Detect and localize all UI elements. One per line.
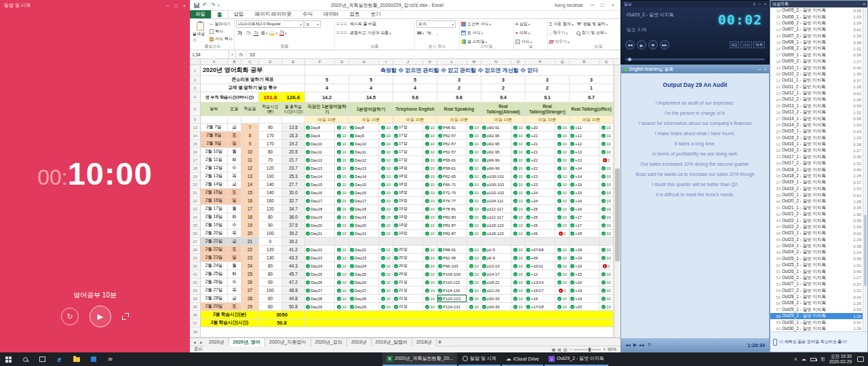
activity-cell[interactable]: ✓P82-83 bbox=[437, 213, 467, 221]
activity-cell[interactable]: ✓P92-95 bbox=[437, 254, 467, 262]
minute-badge-cell[interactable]: ✓10 bbox=[423, 295, 437, 303]
studyday-cell[interactable]: 29 bbox=[241, 303, 259, 311]
date-cell[interactable]: 2월 8일 bbox=[201, 132, 228, 140]
goal-value[interactable]: 3 bbox=[437, 76, 481, 84]
playlist-item[interactable]: 36Out18_2 - 길벗 이지톡1:25 bbox=[770, 173, 863, 179]
minutes-cell[interactable]: 100 bbox=[259, 287, 282, 295]
achieve-value[interactable]: 4 bbox=[349, 84, 393, 92]
cumulative-hours-cell[interactable]: 36.0 bbox=[282, 213, 305, 221]
minute-badge-cell[interactable]: ✓10 bbox=[599, 278, 614, 287]
activity-cell[interactable]: ✓17장 bbox=[393, 124, 423, 132]
column-header-L[interactable]: L bbox=[437, 59, 467, 65]
minutes-cell[interactable]: 80 bbox=[259, 148, 282, 156]
minute-badge-cell[interactable]: ✓10 bbox=[511, 246, 526, 254]
playlist-item[interactable]: 32Out16_2 - 길벗 이지톡1:27 bbox=[770, 147, 863, 153]
minute-badge-cell[interactable]: ✓10 bbox=[379, 254, 393, 262]
minute-badge-cell[interactable]: ✓10 bbox=[423, 213, 437, 221]
minute-badge-cell[interactable]: ✓10 bbox=[511, 164, 526, 172]
category-total[interactable]: 14.5 bbox=[349, 92, 393, 103]
studyday-cell[interactable]: 12 bbox=[241, 164, 259, 172]
minute-badge-cell[interactable]: ✓10 bbox=[335, 221, 349, 230]
minute-badge-cell[interactable]: ✓10 bbox=[599, 295, 614, 303]
weekday-cell[interactable]: 토 bbox=[228, 132, 241, 140]
minute-badge-cell[interactable] bbox=[511, 238, 526, 246]
minute-badge-cell[interactable]: ✓10 bbox=[555, 278, 570, 287]
minute-badge-cell[interactable]: ✓10 bbox=[423, 205, 437, 213]
playlist-item[interactable]: 47Out24_1 - 길벗 이지톡0:38 bbox=[770, 243, 863, 249]
new-sheet-icon[interactable]: ⊕ bbox=[437, 340, 443, 345]
ribbon-tab-홈[interactable]: 홈 bbox=[211, 10, 229, 18]
minute-badge-cell[interactable]: ✓10 bbox=[379, 278, 393, 287]
activity-cell[interactable]: ✓19장 bbox=[393, 197, 423, 205]
sheet-tab-2019년[interactable]: 2019년 bbox=[347, 338, 372, 346]
minute-badge-cell[interactable]: ✓10 bbox=[423, 156, 437, 164]
sheet-tab-2020년_강의[interactable]: 2020년_강의 bbox=[311, 338, 347, 346]
minute-badge-cell[interactable]: ✓10 bbox=[423, 246, 437, 254]
weekday-cell[interactable]: 금 bbox=[228, 295, 241, 303]
taskbar-button[interactable]: ♪Out29_2 - 길벗 이지톡 bbox=[545, 352, 608, 366]
achieve-value[interactable]: 2 bbox=[526, 84, 570, 92]
taskbar-button[interactable]: ☁iCloud Drive bbox=[502, 352, 543, 366]
minute-badge-cell[interactable]: ✓10 bbox=[335, 246, 349, 254]
minute-badge-cell[interactable]: ✓10 bbox=[511, 181, 526, 189]
activity-cell[interactable]: ✓Day27 bbox=[305, 287, 335, 295]
studyday-cell[interactable]: 7 bbox=[241, 124, 259, 132]
date-cell[interactable]: 2월 21일 bbox=[201, 238, 228, 246]
cumulative-hours-cell[interactable]: 19.2 bbox=[282, 140, 305, 148]
weekday-cell[interactable]: 목 bbox=[228, 287, 241, 295]
activity-cell[interactable]: ✓+24 bbox=[526, 197, 555, 205]
column-header-O[interactable]: O bbox=[511, 59, 526, 65]
date-cell[interactable]: 2월 9일 bbox=[201, 140, 228, 148]
minute-badge-cell[interactable]: ✓10 bbox=[379, 303, 393, 311]
cell[interactable] bbox=[305, 319, 614, 327]
minute-badge-cell[interactable]: ✓10 bbox=[379, 205, 393, 213]
playlist-item[interactable]: 42Out21_2 - 길벗 이지톡1:30 bbox=[770, 211, 863, 217]
activity-cell[interactable]: ✓+23 bbox=[526, 172, 555, 181]
excel-user-name[interactable]: kang seoktae bbox=[555, 3, 583, 7]
weekday-cell[interactable]: 화 bbox=[228, 156, 241, 164]
column-header-F[interactable]: F bbox=[305, 59, 335, 65]
row-header[interactable]: 17 bbox=[190, 156, 201, 164]
activity-cell[interactable]: ✓+25 bbox=[526, 205, 555, 213]
minute-badge-cell[interactable]: ✓10 bbox=[599, 148, 614, 156]
playlist-item[interactable]: 20Out10_2 - 길벗 이지톡1:30 bbox=[770, 71, 863, 77]
activity-cell[interactable]: ✓20장 bbox=[393, 246, 423, 254]
minutes-cell[interactable]: 170 bbox=[259, 140, 282, 148]
taskbar-button[interactable]: X2020년_계획실천현황_20... bbox=[382, 352, 457, 366]
playlist-item[interactable]: 45Out23_1 - 길벗 이지톡0:42 bbox=[770, 230, 863, 236]
weekday-cell[interactable]: 화 bbox=[228, 213, 241, 221]
activity-cell[interactable]: ✓P120-123 bbox=[437, 295, 467, 303]
activity-cell[interactable]: ✓+19 bbox=[570, 254, 599, 262]
category-total[interactable]: 14.2 bbox=[305, 92, 349, 103]
cell[interactable] bbox=[201, 116, 228, 124]
activity-cell[interactable]: ✓17장 bbox=[393, 156, 423, 164]
studyday-cell[interactable]: 21 bbox=[241, 238, 259, 246]
playlist-item[interactable]: 50Out25_2 - 길벗 이지톡1:31 bbox=[770, 262, 863, 268]
activity-cell[interactable]: ✓Day17 bbox=[305, 197, 335, 205]
activity-cell[interactable]: ✓Day9 bbox=[349, 132, 379, 140]
merge-center-button[interactable]: 병합하고 가운데 맞춤▾ bbox=[350, 29, 391, 37]
timer-maximize-button[interactable]: □ bbox=[175, 3, 178, 8]
weekday-cell[interactable]: 월 bbox=[228, 262, 241, 270]
tray-expand-icon[interactable]: ∧ bbox=[794, 356, 797, 362]
activity-cell[interactable]: ✓+20 bbox=[526, 124, 555, 132]
date-cell[interactable]: 2월 17일 bbox=[201, 205, 228, 213]
activity-cell[interactable]: ✓Day26 bbox=[349, 278, 379, 287]
activity-cell[interactable] bbox=[305, 238, 335, 246]
playlist-button[interactable]: 목록 bbox=[753, 41, 765, 48]
studyday-cell[interactable]: 24 bbox=[241, 262, 259, 270]
minute-badge-cell[interactable]: ✓10 bbox=[423, 189, 437, 197]
minutes-cell[interactable]: 120 bbox=[259, 164, 282, 172]
seek-bar[interactable] bbox=[625, 58, 765, 60]
category-total[interactable]: 9.6 bbox=[393, 92, 437, 103]
minute-badge-cell[interactable]: ✓10 bbox=[599, 254, 614, 262]
lyrics-close-icon[interactable]: × bbox=[764, 67, 766, 71]
minutes-cell[interactable]: 130 bbox=[259, 254, 282, 262]
minute-badge-cell[interactable]: ✓10 bbox=[555, 181, 570, 189]
playlist-item[interactable]: 16Out08_2 - 길벗 이지톡1:31 bbox=[770, 45, 863, 52]
minute-badge-cell[interactable]: ✓10 bbox=[423, 140, 437, 148]
sort-filter-button[interactable]: 정렬 및 필터▾ bbox=[576, 20, 608, 28]
minute-badge-cell[interactable]: ✓10 bbox=[511, 197, 526, 205]
minute-badge-cell[interactable]: ✓10 bbox=[379, 246, 393, 254]
cell[interactable] bbox=[241, 116, 259, 124]
